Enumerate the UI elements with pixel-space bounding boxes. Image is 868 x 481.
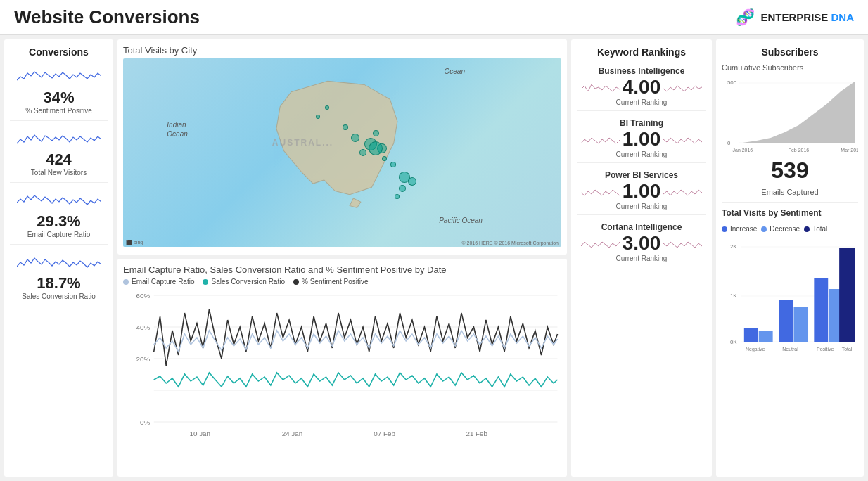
keyword-rank-cortana: 3.00 [623,232,661,255]
svg-text:Feb 2016: Feb 2016 [789,148,809,153]
keyword-sublabel-cortana: Current Ranking [616,255,668,262]
svg-text:0%: 0% [140,418,151,426]
bar-negative-increase [744,328,758,342]
map-card: Total Visits by City Ocean IndianOcean P… [117,39,567,255]
metric-label-sentiment: % Sentiment Positive [25,107,92,115]
conversions-panel: Conversions 34% % Sentiment Positive [4,39,113,477]
keyword-item-powerbi: Power BI Services 1.00 Current Ranking [577,166,706,215]
svg-text:0K: 0K [730,339,737,345]
australia-svg [233,77,452,210]
legend-sales: Sales Conversion Ratio [203,278,285,286]
svg-marker-17 [743,82,855,143]
legend-dot-sentiment [293,279,299,285]
bar-positive-increase [814,278,828,342]
legend-dot-total [804,226,810,232]
sparkline-visitors [17,128,101,149]
line-chart-legend: Email Capture Ratio Sales Conversion Rat… [123,278,561,286]
line-chart-area: 60% 40% 20% 0% 10 Jan 24 Jan 07 Feb 21 F… [123,288,561,443]
metric-label-visitors: Total New Visitors [31,169,87,177]
keyword-item-bi: Business Intelligence 4.00 Current Ranki… [577,62,706,111]
keyword-name-cortana: Cortana Intelligence [601,222,682,232]
legend-total: Total [804,225,827,233]
ocean-label-top: Ocean [444,68,464,75]
svg-text:1K: 1K [730,293,737,299]
legend-dot-increase [722,226,727,232]
divider [722,202,858,203]
svg-text:500: 500 [727,79,737,86]
keyword-rank-bitraining: 1.00 [623,128,661,150]
conversions-title: Conversions [10,46,108,58]
svg-text:21 Feb: 21 Feb [466,430,487,437]
australia-label: AUSTRAL... [272,138,333,148]
metric-sales: 18.7% Sales Conversion Ratio [10,252,108,306]
keyword-rank-powerbi: 1.00 [623,180,661,203]
bar-total [839,248,855,342]
cumulative-chart: 500 0 Jan 2016 Feb 2016 Mar 2016 [722,76,858,153]
keyword-sparkline-powerbi-right [663,183,702,200]
svg-text:Neutral: Neutral [782,347,798,352]
svg-text:20%: 20% [136,355,151,363]
metric-label-email: Email Capture Ratio [27,231,90,238]
legend-dot-sales [203,279,208,285]
line-chart-title: Email Capture Ratio, Sales Conversion Ra… [123,264,561,275]
keyword-sublabel-bitraining: Current Ranking [616,150,668,158]
metric-value-visitors: 424 [46,150,72,169]
cumulative-label: Cumulative Subscribers [722,63,858,72]
svg-text:10 Jan: 10 Jan [190,430,210,437]
map-bing: ⬛ bing [126,240,143,245]
map-dot-10 [408,177,416,186]
keyword-sparkline-bi-right [663,79,702,96]
svg-text:40%: 40% [136,323,151,331]
metric-value-sentiment: 34% [43,89,74,107]
svg-text:Mar 2016: Mar 2016 [841,148,858,153]
keyword-sparkline-cortana [581,235,620,252]
svg-text:24 Jan: 24 Jan [282,430,302,437]
line-chart-card: Email Capture Ratio, Sales Conversion Ra… [117,259,567,477]
metric-value-email: 29.3% [37,212,80,231]
map-dot-8 [382,156,387,161]
metric-label-sales: Sales Conversion Ratio [22,293,96,300]
keyword-sparkline-bitraining-right [663,131,702,148]
legend-dot-email [123,279,129,285]
ocean-label-indian: IndianOcean [167,120,187,139]
keyword-rank-row-powerbi: 1.00 [577,180,706,203]
keyword-title: Keyword Rankings [577,46,706,58]
keyword-sparkline-bitraining [581,131,620,148]
legend-dot-decrease [761,226,767,232]
subscribers-panel: Subscribers Cumulative Subscribers 500 0… [716,39,864,477]
svg-text:2K: 2K [730,243,737,250]
subscribers-title: Subscribers [722,46,858,58]
legend-label-total: Total [812,225,827,233]
map-title: Total Visits by City [123,45,561,56]
keyword-rank-row-cortana: 3.00 [577,232,706,255]
bar-neutral-decrease [793,307,808,342]
metric-email: 29.3% Email Capture Ratio [10,190,108,245]
sparkline-email [17,190,101,211]
sparkline-sales [17,252,101,273]
sparkline-sentiment [17,66,101,87]
keyword-sublabel-bi: Current Ranking [616,98,668,106]
legend-increase: Increase [722,225,757,233]
dashboard: Website Conversions 🧬 ENTERPRISE DNA Con… [0,0,868,481]
map-area: Ocean IndianOcean Pacific Ocean AUSTRAL.… [123,58,561,247]
keyword-rank-bi: 4.00 [623,76,661,98]
total-visits-title: Total Visits by Sentiment [722,208,858,218]
map-dot-14 [325,105,329,110]
keyword-name-bitraining: BI Training [620,118,663,128]
map-dot-5 [343,124,348,130]
keyword-item-cortana: Cortana Intelligence 3.00 Current Rankin… [577,218,706,267]
logo-text: ENTERPRISE DNA [760,11,854,23]
bar-neutral-increase [779,300,793,342]
bar-chart-area: 2K 1K 0K [722,240,858,352]
svg-text:Jan 2016: Jan 2016 [733,148,753,153]
legend-label-email: Email Capture Ratio [132,278,194,286]
logo-area: 🧬 ENTERPRISE DNA [736,8,854,27]
svg-text:Positive: Positive [817,347,834,352]
svg-text:0: 0 [727,140,731,146]
svg-text:60%: 60% [136,292,151,300]
keyword-sparkline-powerbi [581,183,620,200]
keyword-rank-row-bitraining: 1.00 [577,128,706,150]
ocean-label-pacific: Pacific Ocean [439,217,483,224]
middle-panel: Total Visits by City Ocean IndianOcean P… [117,39,567,477]
emails-label: Emails Captured [722,188,858,196]
